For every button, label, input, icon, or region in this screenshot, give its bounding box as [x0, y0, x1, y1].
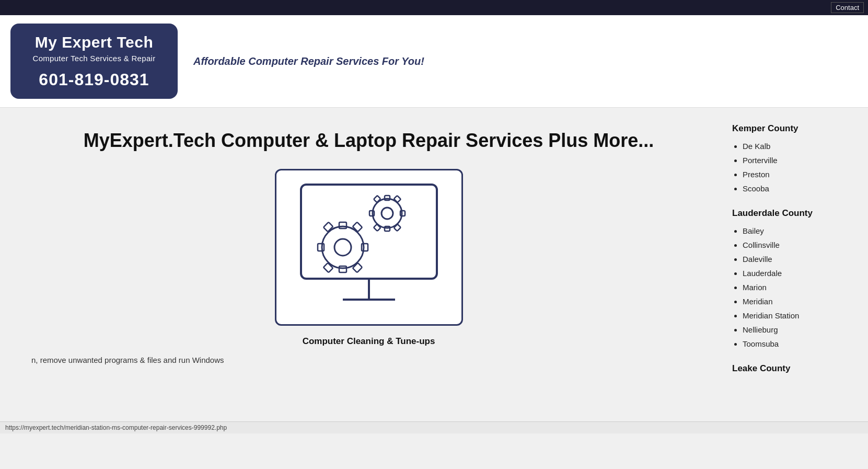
list-item[interactable]: Preston: [743, 167, 858, 181]
svg-point-14: [381, 208, 393, 219]
content-description: n, remove unwanted programs & files and …: [31, 354, 397, 367]
county-section-kemper: Kemper County De Kalb Porterville Presto…: [732, 123, 858, 196]
county-name-leake: Leake County: [732, 363, 858, 374]
header: My Expert Tech Computer Tech Services & …: [0, 15, 868, 108]
logo-title: My Expert Tech: [23, 33, 165, 52]
list-item[interactable]: Toomsuba: [743, 337, 858, 351]
monitor-svg: [291, 179, 447, 315]
county-list-lauderdale: Bailey Collinsville Daleville Lauderdale…: [732, 224, 858, 351]
logo-subtitle: Computer Tech Services & Repair: [23, 54, 165, 63]
list-item[interactable]: Marion: [743, 280, 858, 294]
list-item[interactable]: Bailey: [743, 224, 858, 238]
list-item[interactable]: Meridian: [743, 294, 858, 308]
svg-rect-0: [301, 185, 437, 279]
list-item[interactable]: Porterville: [743, 153, 858, 167]
list-item[interactable]: Nellieburg: [743, 323, 858, 337]
svg-point-3: [322, 226, 364, 268]
contact-button[interactable]: Contact: [831, 2, 864, 13]
list-item[interactable]: Daleville: [743, 252, 858, 266]
list-item[interactable]: Lauderdale: [743, 266, 858, 280]
top-bar: Contact: [0, 0, 868, 15]
logo-phone[interactable]: 601-819-0831: [23, 70, 165, 89]
list-item[interactable]: Collinsville: [743, 238, 858, 252]
computer-illustration: [275, 169, 463, 326]
content-area: MyExpert.Tech Computer & Laptop Repair S…: [0, 108, 722, 421]
main-wrapper: MyExpert.Tech Computer & Laptop Repair S…: [0, 108, 868, 421]
county-name-lauderdale: Lauderdale County: [732, 208, 858, 219]
logo-box: My Expert Tech Computer Tech Services & …: [10, 24, 178, 99]
status-url: https://myexpert.tech/meridian-station-m…: [5, 424, 227, 431]
svg-rect-6: [339, 266, 346, 272]
svg-point-13: [373, 199, 402, 228]
county-section-lauderdale: Lauderdale County Bailey Collinsville Da…: [732, 208, 858, 351]
county-section-leake: Leake County: [732, 363, 858, 374]
county-list-kemper: De Kalb Porterville Preston Scooba: [732, 139, 858, 196]
status-bar: https://myexpert.tech/meridian-station-m…: [0, 421, 868, 433]
list-item[interactable]: De Kalb: [743, 139, 858, 153]
header-tagline: Affordable Computer Repair Services For …: [193, 55, 424, 67]
svg-rect-7: [362, 244, 368, 251]
svg-point-4: [334, 239, 351, 256]
page-heading: MyExpert.Tech Computer & Laptop Repair S…: [31, 129, 706, 153]
svg-rect-8: [318, 244, 324, 251]
illustration-caption: Computer Cleaning & Tune-ups: [31, 336, 706, 347]
list-item[interactable]: Scooba: [743, 181, 858, 196]
county-name-kemper: Kemper County: [732, 123, 858, 134]
list-item[interactable]: Meridian Station: [743, 308, 858, 323]
svg-rect-5: [339, 222, 346, 228]
sidebar: Kemper County De Kalb Porterville Presto…: [722, 108, 868, 421]
